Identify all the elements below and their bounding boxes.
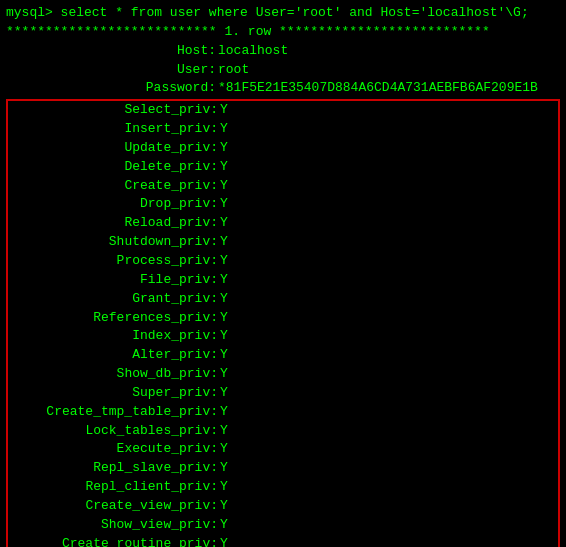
priv-field-name: Repl_client_priv: <box>8 478 218 497</box>
priv-row: Create_view_priv: Y <box>8 497 558 516</box>
priv-row: Show_view_priv: Y <box>8 516 558 535</box>
priv-field-name: Select_priv: <box>8 101 218 120</box>
separator-line: *************************** 1. row *****… <box>6 23 560 42</box>
priv-field-value: Y <box>218 535 228 547</box>
priv-field-name: Alter_priv: <box>8 346 218 365</box>
priv-field-name: References_priv: <box>8 309 218 328</box>
priv-field-name: Process_priv: <box>8 252 218 271</box>
priv-field-name: Delete_priv: <box>8 158 218 177</box>
priv-field-name: Create_routine_priv: <box>8 535 218 547</box>
privileges-section: Select_priv: YInsert_priv: YUpdate_priv:… <box>6 99 560 547</box>
priv-row: Alter_priv: Y <box>8 346 558 365</box>
priv-field-name: Insert_priv: <box>8 120 218 139</box>
user-row: User: root <box>6 61 560 80</box>
priv-row: Grant_priv: Y <box>8 290 558 309</box>
priv-row: Update_priv: Y <box>8 139 558 158</box>
priv-row: Index_priv: Y <box>8 327 558 346</box>
priv-row: Execute_priv: Y <box>8 440 558 459</box>
priv-row: Process_priv: Y <box>8 252 558 271</box>
priv-field-name: File_priv: <box>8 271 218 290</box>
priv-row: Super_priv: Y <box>8 384 558 403</box>
priv-field-name: Create_view_priv: <box>8 497 218 516</box>
password-row: Password: *81F5E21E35407D884A6CD4A731AEB… <box>6 79 560 98</box>
priv-field-name: Shutdown_priv: <box>8 233 218 252</box>
priv-field-name: Grant_priv: <box>8 290 218 309</box>
priv-row: Show_db_priv: Y <box>8 365 558 384</box>
terminal-window: mysql> select * from user where User='ro… <box>0 0 566 547</box>
prompt-line: mysql> select * from user where User='ro… <box>6 4 560 23</box>
priv-row: Lock_tables_priv: Y <box>8 422 558 441</box>
priv-field-value: Y <box>218 478 228 497</box>
priv-field-name: Drop_priv: <box>8 195 218 214</box>
priv-field-value: Y <box>218 403 228 422</box>
priv-field-value: Y <box>218 440 228 459</box>
priv-field-value: Y <box>218 422 228 441</box>
priv-field-name: Show_db_priv: <box>8 365 218 384</box>
priv-field-value: Y <box>218 177 228 196</box>
priv-row: Repl_client_priv: Y <box>8 478 558 497</box>
priv-row: Reload_priv: Y <box>8 214 558 233</box>
priv-field-value: Y <box>218 158 228 177</box>
priv-field-name: Update_priv: <box>8 139 218 158</box>
priv-row: References_priv: Y <box>8 309 558 328</box>
priv-row: Insert_priv: Y <box>8 120 558 139</box>
password-value: *81F5E21E35407D884A6CD4A731AEBFB6AF209E1… <box>216 79 538 98</box>
priv-field-name: Lock_tables_priv: <box>8 422 218 441</box>
priv-field-name: Repl_slave_priv: <box>8 459 218 478</box>
priv-field-name: Show_view_priv: <box>8 516 218 535</box>
priv-field-value: Y <box>218 101 228 120</box>
password-label: Password: <box>6 79 216 98</box>
priv-row: Create_priv: Y <box>8 177 558 196</box>
priv-row: Delete_priv: Y <box>8 158 558 177</box>
priv-row: File_priv: Y <box>8 271 558 290</box>
priv-field-value: Y <box>218 497 228 516</box>
priv-row: Create_tmp_table_priv: Y <box>8 403 558 422</box>
priv-field-name: Execute_priv: <box>8 440 218 459</box>
priv-field-value: Y <box>218 233 228 252</box>
user-value: root <box>216 61 249 80</box>
host-value: localhost <box>216 42 288 61</box>
priv-field-value: Y <box>218 309 228 328</box>
user-label: User: <box>6 61 216 80</box>
priv-field-name: Index_priv: <box>8 327 218 346</box>
priv-field-value: Y <box>218 195 228 214</box>
priv-row: Repl_slave_priv: Y <box>8 459 558 478</box>
priv-field-value: Y <box>218 214 228 233</box>
priv-field-value: Y <box>218 365 228 384</box>
priv-field-value: Y <box>218 384 228 403</box>
priv-row: Drop_priv: Y <box>8 195 558 214</box>
priv-field-value: Y <box>218 459 228 478</box>
priv-field-value: Y <box>218 252 228 271</box>
host-row: Host: localhost <box>6 42 560 61</box>
priv-field-value: Y <box>218 290 228 309</box>
host-label: Host: <box>6 42 216 61</box>
priv-row: Create_routine_priv: Y <box>8 535 558 547</box>
priv-row: Select_priv: Y <box>8 101 558 120</box>
priv-field-value: Y <box>218 271 228 290</box>
priv-field-value: Y <box>218 516 228 535</box>
priv-field-value: Y <box>218 346 228 365</box>
priv-field-name: Reload_priv: <box>8 214 218 233</box>
priv-field-value: Y <box>218 327 228 346</box>
priv-field-value: Y <box>218 139 228 158</box>
priv-field-value: Y <box>218 120 228 139</box>
priv-field-name: Create_priv: <box>8 177 218 196</box>
priv-row: Shutdown_priv: Y <box>8 233 558 252</box>
priv-field-name: Create_tmp_table_priv: <box>8 403 218 422</box>
priv-field-name: Super_priv: <box>8 384 218 403</box>
